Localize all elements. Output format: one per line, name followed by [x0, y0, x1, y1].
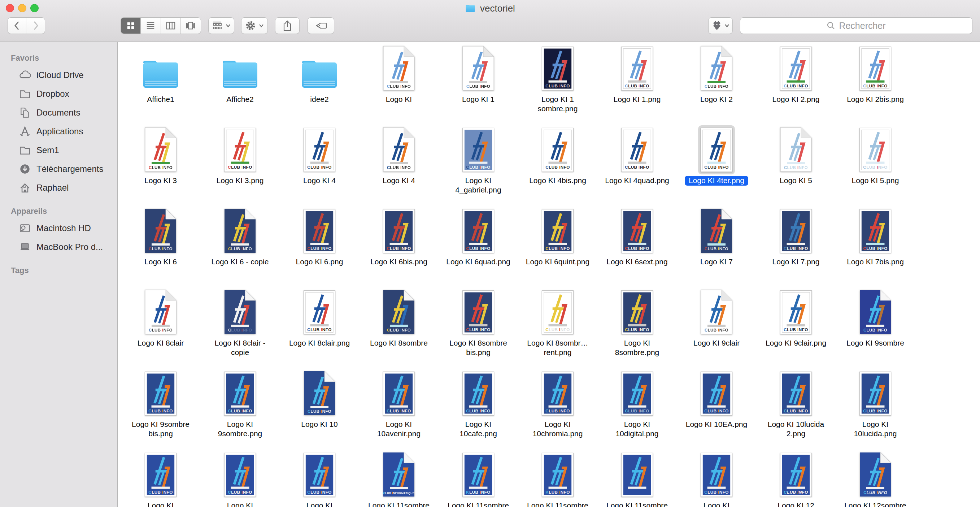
file-item[interactable]: CLUB INFOLogo KI 7 [677, 205, 756, 286]
file-item[interactable]: CLUB INFOLogo KI 2.png [756, 43, 835, 124]
file-item[interactable]: KLUB INFOLogo KI 11sombre [518, 449, 597, 507]
thumbnail-frame: CLUB INFO [859, 46, 891, 91]
file-item[interactable]: CLUB INFOLogo KI 10digital.png [597, 368, 677, 449]
file-item[interactable]: CLUB INFOLogo KI 6quad.png [439, 205, 518, 286]
file-item[interactable]: CLUB INFOLogo KI [121, 449, 200, 507]
file-item[interactable]: CLUB INFOLogo KI 10lucida 2.png [756, 368, 835, 449]
file-item[interactable]: CLUB INFOLogo KI [677, 449, 756, 507]
search-field[interactable]: Rechercher [740, 18, 972, 34]
file-item[interactable]: CLUB INFOLogo KI [200, 449, 280, 507]
file-item[interactable]: CLUB INFOLogo KI 2 [677, 43, 756, 124]
file-item[interactable]: CLUB INFOLogo KI 8sombre.png [597, 286, 677, 368]
file-item[interactable]: CLUB INFOLogo KI 8clair.png [280, 286, 359, 368]
file-item[interactable]: Affiche2 [200, 43, 280, 124]
file-item[interactable]: CLUB INFOLogo KI 9clair.png [756, 286, 835, 368]
sidebar-item-applications[interactable]: Applications [0, 122, 117, 141]
column-view-button[interactable] [161, 18, 181, 33]
icon-view-button[interactable] [121, 18, 141, 33]
page-glyph: CLUB INFO [224, 208, 256, 253]
file-item[interactable]: CLUB INFOLogo KI 9sombre.png [200, 368, 280, 449]
svg-text:CLUB INFO: CLUB INFO [387, 328, 411, 332]
file-item[interactable]: CLUB INFOLogo KI 4bis.png [518, 124, 597, 205]
coverflow-view-button[interactable] [181, 18, 201, 33]
file-item[interactable]: CLUB INFOLogo KI 8sombre bis.png [439, 286, 518, 368]
file-label: Logo KI 2 [684, 95, 749, 104]
sidebar-item-macbook-pro-d-[interactable]: MacBook Pro d... [0, 238, 117, 257]
file-label: Logo KI 3 [128, 176, 194, 185]
file-item[interactable]: CLUB INFOLogo KI 10cafe.png [439, 368, 518, 449]
file-item[interactable]: CLUB INFOLogo KI 4_gabriel.png [439, 124, 518, 205]
sidebar-item-raphael[interactable]: Raphael [0, 179, 117, 197]
file-item[interactable]: CLUB INFOLogo KI 8clair - copie [200, 286, 280, 368]
file-item[interactable]: CLUB INFOLogo KI 6bis.png [359, 205, 439, 286]
file-item[interactable]: CLUB INFOLogo KI 9clair [677, 286, 756, 368]
file-item[interactable]: CLUB INFOLogo KI 10chromia.png [518, 368, 597, 449]
file-item[interactable]: CLUB INFOLogo KI 1.png [597, 43, 677, 124]
file-item[interactable]: CLUB INFOLogo KI 4 [280, 124, 359, 205]
file-item[interactable]: CLUB INFOLogo KI 1 [439, 43, 518, 124]
page-glyph: CLUB INFO [859, 290, 891, 335]
forward-button[interactable] [26, 18, 45, 33]
file-item[interactable]: CLUB INFOLogo KI 8clair [121, 286, 200, 368]
file-item[interactable]: CLUB INFOLogo KI 4quad.png [597, 124, 677, 205]
file-item[interactable]: CLUB INFOLogo KI 5.png [835, 124, 915, 205]
share-button[interactable] [275, 18, 300, 34]
file-item[interactable]: CLUB INFOLogo KI 6quint.png [518, 205, 597, 286]
sidebar-item-documents[interactable]: Documents [0, 103, 117, 122]
file-item[interactable]: CLUB INFOLogo KI 9sombre bis.png [121, 368, 200, 449]
svg-text:KLUB INFO: KLUB INFO [546, 489, 570, 494]
file-item[interactable]: CLUB INFOLogo KI 4 [359, 124, 439, 205]
file-item[interactable]: CLUB INFOLogo KI 6sext.png [597, 205, 677, 286]
list-view-button[interactable] [141, 18, 161, 33]
file-item[interactable]: CLUB INFOLogo KI 12 [756, 449, 835, 507]
file-item[interactable]: CLUB INFORMATIQUELogo KI 11sombre [359, 449, 439, 507]
file-icon: CLUB INFO [460, 205, 497, 256]
thumbnail-frame: CLUB INFO [701, 453, 732, 497]
file-item[interactable]: CLUB INFOLogo KI 2bis.png [835, 43, 915, 124]
back-button[interactable] [8, 18, 26, 33]
file-item[interactable]: CLUB INFOLogo KI 12sombre [835, 449, 915, 507]
file-item[interactable]: CLUB INFOLogo KI 7.png [756, 205, 835, 286]
file-item[interactable]: CLUB INFOLogo KI 4ter.png [677, 124, 756, 205]
file-item[interactable]: CLUB INFOLogo KI [280, 449, 359, 507]
file-item[interactable]: CLUB INFOLogo KI 6 [121, 205, 200, 286]
file-item[interactable]: CLUB INFOLogo KI 10avenir.png [359, 368, 439, 449]
svg-text:CLUB INFO: CLUB INFO [387, 166, 411, 170]
file-item[interactable]: CLUB INFOLogo KI 10 [280, 368, 359, 449]
file-item[interactable]: CLUB INFOLogo KI [359, 43, 439, 124]
file-item[interactable]: KLUB INFOLogo KI 11sombre [439, 449, 518, 507]
sidebar-item-icloud-drive[interactable]: iCloud Drive [0, 66, 117, 84]
file-item[interactable]: CLUB INFOLogo KI 1 sombre.png [518, 43, 597, 124]
file-item[interactable]: CLUB INFOLogo KI 6 - copie [200, 205, 280, 286]
action-button[interactable] [241, 18, 268, 34]
sidebar-item-macintosh-hd[interactable]: Macintosh HD [0, 219, 117, 238]
svg-text:CLUB INFO: CLUB INFO [864, 490, 887, 495]
file-item[interactable]: idee2 [280, 43, 359, 124]
svg-text:CLUB INFO: CLUB INFO [625, 408, 649, 413]
file-icon: CLUB INFO [698, 124, 735, 174]
file-item[interactable]: CLUB INFOLogo KI 3 [121, 124, 200, 205]
file-item[interactable]: CLUB INFOLogo KI 10EA.png [677, 368, 756, 449]
thumbnail-frame: CLUB INFO [383, 209, 415, 253]
file-item[interactable]: CLUB INFOLogo KI 6.png [280, 205, 359, 286]
tag-button[interactable] [307, 18, 334, 34]
file-label: Logo KI 9clair [684, 338, 749, 348]
file-item[interactable]: CLUB INFOLogo KI 8sombre [359, 286, 439, 368]
file-item[interactable]: CLUB INFOLogo KI 9sombre [835, 286, 915, 368]
file-item[interactable]: CLUB INFOLogo KI 8sombr…rent.png [518, 286, 597, 368]
file-label: Logo KI [366, 95, 432, 104]
dropbox-button[interactable] [708, 18, 733, 34]
file-item[interactable]: Affiche1 [121, 43, 200, 124]
sidebar-item-t-l-chargements[interactable]: Téléchargements [0, 159, 117, 179]
file-item[interactable]: CLUB INFOLogo KI 3.png [200, 124, 280, 205]
thumbnail-frame: CLUB INFO [621, 46, 653, 91]
sidebar-item-dropbox[interactable]: Dropbox [0, 84, 117, 103]
arrange-button[interactable] [208, 18, 234, 34]
file-item[interactable]: Logo KI 11sombre [597, 449, 677, 507]
file-item[interactable]: CLUB INFOLogo KI 10lucida.png [835, 368, 915, 449]
thumbnail-frame: CLUB INFO [621, 209, 653, 253]
svg-text:CLUB INFO: CLUB INFO [625, 83, 649, 88]
file-item[interactable]: CLUB INFOLogo KI 5 [756, 124, 835, 205]
sidebar-item-sem1[interactable]: Sem1 [0, 141, 117, 159]
file-item[interactable]: CLUB INFOLogo KI 7bis.png [835, 205, 915, 286]
